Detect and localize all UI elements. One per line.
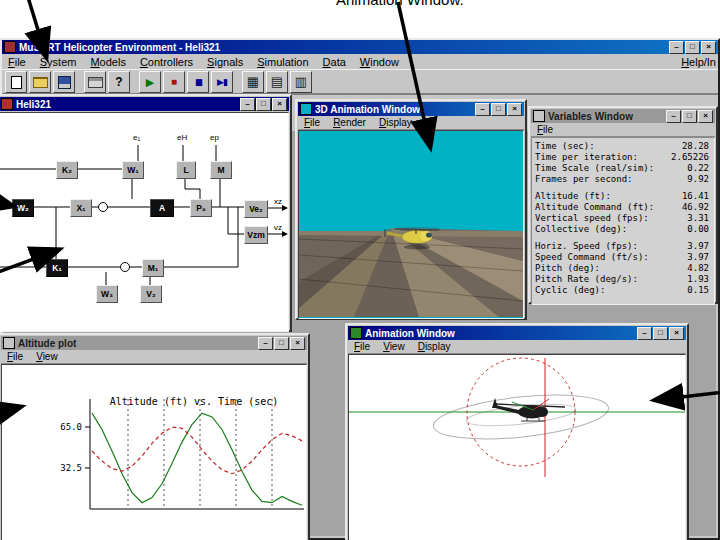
- block-W1[interactable]: W₁: [122, 161, 144, 179]
- save-icon: [58, 76, 71, 89]
- minimize-button[interactable]: –: [669, 41, 684, 54]
- close-button[interactable]: ×: [669, 327, 684, 340]
- block-X1[interactable]: X₁: [70, 199, 92, 217]
- block-Vzm[interactable]: Vzm: [244, 226, 268, 244]
- chart-series-Altitude Command (ft): [92, 427, 302, 474]
- animation-view-canvas[interactable]: [348, 354, 686, 540]
- grid-view-icon: ▤: [271, 77, 283, 87]
- 3d-animation-titlebar[interactable]: 3D Animation Window – □ ×: [298, 102, 524, 116]
- variable-label: Speed Command (ft/s):: [535, 252, 649, 263]
- block-Ve2[interactable]: Ve₂: [244, 200, 268, 218]
- close-button[interactable]: ×: [701, 41, 716, 54]
- menu-signals[interactable]: Signals: [207, 56, 243, 68]
- heli321-titlebar[interactable]: Heli321 – □ ×: [0, 97, 289, 111]
- variable-value: 0.00: [687, 224, 709, 235]
- maximize-button[interactable]: □: [653, 327, 668, 340]
- print-button[interactable]: [84, 71, 106, 93]
- stop-button[interactable]: ■: [163, 71, 185, 93]
- toolbar-separator: [132, 72, 137, 92]
- menu-system[interactable]: System: [40, 56, 77, 68]
- variable-row: Collective (deg):0.00: [532, 224, 714, 235]
- open-folder-button[interactable]: [29, 71, 51, 93]
- variable-label: Altitude Command (ft):: [535, 202, 654, 213]
- minimize-button[interactable]: –: [240, 98, 255, 111]
- close-button[interactable]: ×: [272, 98, 287, 111]
- block-W2[interactable]: W₂: [12, 199, 34, 217]
- table-view-button[interactable]: ▦: [242, 71, 264, 93]
- minimize-button[interactable]: –: [475, 103, 490, 116]
- grid-view-button[interactable]: ▤: [266, 71, 288, 93]
- close-button[interactable]: ×: [698, 110, 713, 123]
- minimize-button[interactable]: –: [666, 110, 681, 123]
- block-K2[interactable]: K₂: [56, 161, 78, 179]
- menu-view[interactable]: View: [383, 341, 405, 352]
- menu-help[interactable]: Help/In: [681, 56, 716, 68]
- animation-window-icon: [350, 327, 362, 339]
- variable-value: 3.97: [687, 241, 709, 252]
- block-W3[interactable]: W₃: [96, 285, 118, 303]
- minimize-button[interactable]: –: [258, 337, 273, 350]
- help-button[interactable]: ?: [108, 71, 130, 93]
- altitude-chart: Altitude (ft) vs. Time (sec) 65.0 32.5: [2, 365, 307, 540]
- variable-value: 0.22: [687, 163, 709, 174]
- list-view-button[interactable]: ▥: [290, 71, 312, 93]
- menu-file[interactable]: File: [7, 351, 23, 362]
- menu-data[interactable]: Data: [323, 56, 346, 68]
- menu-file[interactable]: File: [304, 117, 320, 128]
- altitude-plot-titlebar[interactable]: Altitude plot – □ ×: [1, 336, 307, 350]
- animation-titlebar[interactable]: Animation Window – □ ×: [348, 326, 686, 340]
- variable-label: Altitude (ft):: [535, 191, 611, 202]
- block-K1[interactable]: K₁: [46, 259, 68, 277]
- block-V2[interactable]: V₂: [140, 285, 162, 303]
- close-button[interactable]: ×: [290, 337, 305, 350]
- pause-button[interactable]: ▮▮: [187, 71, 209, 93]
- menu-file[interactable]: File: [537, 124, 553, 135]
- 3d-view-canvas[interactable]: [298, 130, 524, 319]
- main-titlebar[interactable]: MuSART Helicopter Environment - Heli321 …: [2, 40, 718, 54]
- maximize-button[interactable]: □: [274, 337, 289, 350]
- menu-display[interactable]: Display: [418, 341, 451, 352]
- altitude-plot-window: Altitude plot – □ × File View Altitude (…: [0, 333, 310, 540]
- menu-simulation[interactable]: Simulation: [257, 56, 308, 68]
- heli-diagram-canvas[interactable]: e₁ eH ep K₂ W₁ L M W₂ X₁ A P₀ Ve₂ Vzm K₁…: [0, 112, 289, 332]
- block-M[interactable]: M: [210, 161, 232, 179]
- new-file-icon: [11, 76, 22, 89]
- new-file-button[interactable]: [5, 71, 27, 93]
- menu-models[interactable]: Models: [90, 56, 125, 68]
- save-button[interactable]: [53, 71, 75, 93]
- output-label-xz: xz: [274, 197, 282, 206]
- close-button[interactable]: ×: [507, 103, 522, 116]
- altitude-plot-window-icon: [3, 337, 15, 349]
- menu-file[interactable]: File: [354, 341, 370, 352]
- run-button[interactable]: ▶: [139, 71, 161, 93]
- variable-row: Altitude (ft):16.41: [532, 191, 714, 202]
- maximize-button[interactable]: □: [682, 110, 697, 123]
- variables-title: Variables Window: [548, 111, 663, 122]
- menu-controllers[interactable]: Controllers: [140, 56, 193, 68]
- signal-label-eH: eH: [177, 133, 187, 142]
- menu-render[interactable]: Render: [333, 117, 366, 128]
- menu-file[interactable]: File: [8, 56, 26, 68]
- maximize-button[interactable]: □: [685, 41, 700, 54]
- menu-window[interactable]: Window: [360, 56, 399, 68]
- altitude-plot-canvas: Altitude (ft) vs. Time (sec) 65.0 32.5: [1, 364, 307, 540]
- block-A[interactable]: A: [150, 199, 174, 217]
- block-P0[interactable]: P₀: [190, 199, 212, 217]
- block-M1[interactable]: M₁: [142, 259, 164, 277]
- ytick-32-5: 32.5: [60, 463, 82, 473]
- variables-titlebar[interactable]: Variables Window – □ ×: [531, 109, 715, 123]
- minimize-button[interactable]: –: [637, 327, 652, 340]
- maximize-button[interactable]: □: [256, 98, 271, 111]
- menu-display[interactable]: Display: [379, 117, 412, 128]
- output-label-vz: vz: [274, 223, 282, 232]
- variable-row: Pitch (deg):4.82: [532, 263, 714, 274]
- heli321-window-icon: [1, 98, 13, 110]
- maximize-button[interactable]: □: [491, 103, 506, 116]
- menu-view[interactable]: View: [36, 351, 58, 362]
- variable-row: Speed Command (ft/s):3.97: [532, 252, 714, 263]
- step-button[interactable]: ▶▮: [211, 71, 233, 93]
- variable-value: 9.92: [687, 174, 709, 185]
- variable-label: Time Scale (real/sim):: [535, 163, 654, 174]
- variable-label: Frames per second:: [535, 174, 633, 185]
- block-L[interactable]: L: [176, 161, 196, 179]
